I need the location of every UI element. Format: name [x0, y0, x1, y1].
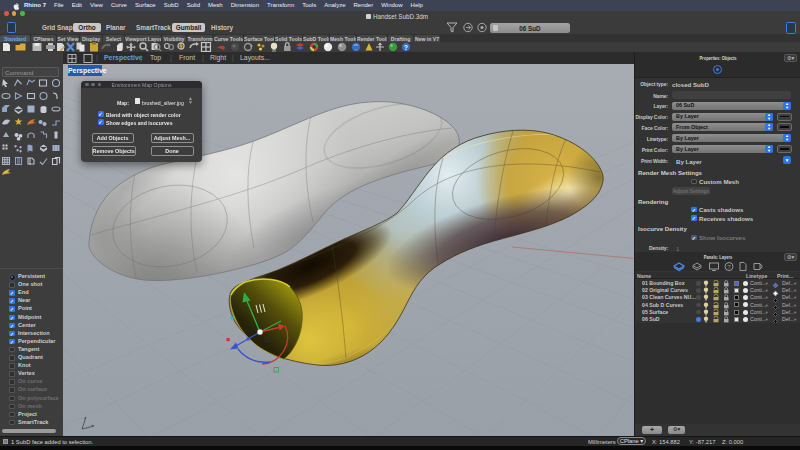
svg-text:?: ? [404, 44, 408, 51]
svg-text:?: ? [727, 264, 731, 270]
